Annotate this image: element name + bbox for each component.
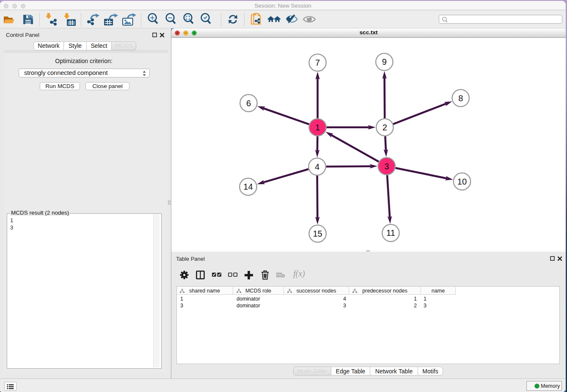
svg-text:14: 14 — [243, 182, 253, 191]
svg-text:10: 10 — [457, 177, 467, 186]
svg-text:1: 1 — [315, 123, 320, 132]
svg-text:6: 6 — [246, 99, 251, 108]
svg-text:11: 11 — [386, 228, 395, 237]
svg-text:4: 4 — [315, 162, 319, 171]
svg-text:7: 7 — [315, 58, 320, 67]
svg-text:9: 9 — [382, 57, 387, 66]
svg-text:15: 15 — [313, 229, 322, 238]
svg-text:2: 2 — [383, 123, 387, 132]
svg-text:8: 8 — [458, 94, 463, 103]
svg-text:3: 3 — [384, 162, 389, 171]
